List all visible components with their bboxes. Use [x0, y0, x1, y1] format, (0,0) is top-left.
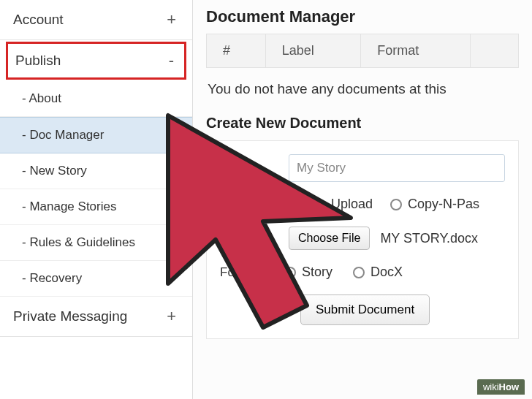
sidebar-item-label: - Rules & Guidelines [22, 235, 135, 249]
sidebar-item-doc-manager[interactable]: - Doc Manager [0, 117, 192, 153]
col-extra [470, 34, 518, 68]
page-title: Document Manager [206, 7, 519, 26]
sidebar-section-private-messaging[interactable]: Private Messaging + [0, 297, 192, 337]
radio-file-upload[interactable] [289, 199, 300, 210]
sidebar-item-about[interactable]: - About [0, 81, 192, 117]
sidebar: Account + Publish - - About - Doc Manage… [0, 0, 193, 399]
watermark-suffix: How [499, 381, 519, 392]
plus-icon: + [167, 10, 179, 29]
label-input[interactable] [289, 154, 505, 182]
chosen-filename: MY STORY.docx [380, 231, 478, 246]
publish-submenu: - About - Doc Manager - New Story - Mana… [0, 81, 192, 297]
watermark-prefix: wiki [483, 381, 499, 392]
sidebar-item-rules-guidelines[interactable]: - Rules & Guidelines [0, 225, 192, 261]
account-label: Account [13, 12, 64, 28]
sidebar-item-manage-stories[interactable]: - Manage Stories [0, 189, 192, 225]
method-copy-label: Copy-N-Pas [408, 197, 479, 212]
sidebar-item-label: - New Story [22, 164, 87, 178]
method-upload-label: File Upload [306, 197, 373, 212]
create-document-form: Label: File Upload Copy-N-Pas Choose Fil… [206, 140, 519, 339]
radio-format-story[interactable] [284, 267, 296, 278]
choose-file-button[interactable]: Choose File [289, 227, 370, 250]
wikihow-watermark: wikiHow [477, 379, 525, 395]
private-messaging-label: Private Messaging [13, 308, 127, 324]
format-story-label: Story [302, 265, 332, 280]
publish-label: Publish [15, 53, 61, 69]
submit-document-button[interactable]: Submit Document [300, 294, 430, 325]
sidebar-item-label: - About [22, 91, 61, 105]
create-title: Create New Document [206, 115, 519, 132]
sidebar-item-label: - Recovery [22, 271, 82, 285]
sidebar-section-publish[interactable]: Publish - [6, 42, 186, 80]
format-field-label: Format: [220, 265, 278, 280]
col-format[interactable]: Format [361, 34, 471, 68]
radio-format-docx[interactable] [353, 267, 365, 278]
col-num[interactable]: # [207, 34, 266, 68]
main-panel: Document Manager # Label Format You do n… [193, 0, 532, 399]
col-label[interactable]: Label [265, 34, 361, 68]
sidebar-item-label: - Manage Stories [22, 200, 116, 213]
table-header-row: # Label Format [207, 34, 519, 68]
empty-message: You do not have any documents at this [206, 68, 519, 115]
plus-icon: + [167, 307, 179, 326]
sidebar-section-account[interactable]: Account + [0, 0, 192, 40]
sidebar-item-new-story[interactable]: - New Story [0, 153, 192, 189]
format-docx-label: DocX [370, 265, 403, 280]
label-field-label: Label: [220, 161, 278, 175]
minus-icon: - [169, 51, 177, 70]
sidebar-item-label: - Doc Manager [22, 128, 104, 142]
documents-table: # Label Format [206, 34, 519, 68]
sidebar-item-recovery[interactable]: - Recovery [0, 261, 192, 297]
radio-copy-paste[interactable] [390, 199, 402, 210]
